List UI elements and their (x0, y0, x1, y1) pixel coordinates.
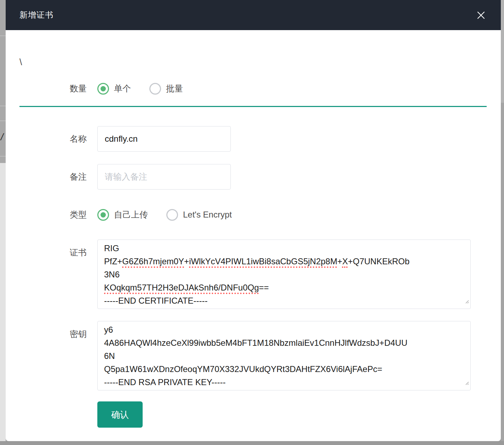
textarea-line: -----END RSA PRIVATE KEY----- (104, 376, 464, 389)
textarea-line: RIG (104, 242, 464, 255)
quantity-label: 数量 (19, 83, 87, 94)
certificate-textarea[interactable]: RIGPfZ+G6Z6h7mjem0Y+iWlkYcV4PIWL1iwBi8sa… (97, 240, 471, 309)
radio-selected-icon (97, 209, 109, 221)
background-left-strip: / (0, 0, 6, 445)
remark-input[interactable] (97, 164, 231, 190)
confirm-button[interactable]: 确认 (97, 401, 143, 428)
background-lower-area (0, 163, 6, 441)
type-row: 类型 自己上传 Let's Encrypt (6, 207, 501, 222)
radio-unselected-icon (166, 209, 178, 221)
radio-dot (101, 212, 106, 218)
resize-handle-icon[interactable] (464, 294, 469, 308)
teal-divider (19, 106, 487, 107)
background-partial-text: / (1, 132, 4, 143)
resize-handle-icon[interactable] (464, 376, 469, 389)
certificate-row: 证书 RIGPfZ+G6Z6h7mjem0Y+iWlkYcV4PIWL1iwBi… (6, 240, 501, 309)
quantity-row: 数量 单个 批量 (6, 81, 501, 96)
modal-title: 新增证书 (19, 10, 53, 21)
remark-label: 备注 (19, 171, 87, 182)
radio-quantity-batch[interactable]: 批量 (149, 83, 183, 95)
background-row-divider (0, 35, 6, 36)
name-label: 名称 (19, 133, 87, 145)
background-row-divider (0, 106, 6, 106)
stray-backslash-text: \ (19, 57, 501, 68)
radio-quantity-single[interactable]: 单个 (97, 83, 131, 95)
remark-row: 备注 (6, 164, 501, 190)
textarea-line: 3N6 (104, 268, 464, 281)
certificate-label: 证书 (19, 247, 87, 258)
close-icon[interactable] (475, 10, 487, 21)
type-label: 类型 (19, 209, 87, 220)
background-right-strip (501, 0, 504, 445)
background-bottom-strip (0, 441, 504, 445)
background-right-top (501, 0, 504, 103)
textarea-line: Q5pa1W61wXDnzOfeoqYM70X332JVUkdQYRt3DAHt… (104, 362, 464, 376)
radio-type-lets-encrypt[interactable]: Let's Encrypt (166, 209, 232, 221)
radio-unselected-icon (149, 83, 161, 95)
radio-label: 单个 (114, 83, 131, 94)
radio-dot (101, 86, 106, 91)
textarea-line: -----END CERTIFICATE----- (104, 294, 464, 307)
modal-header: 新增证书 (6, 0, 501, 30)
background-row-divider (0, 120, 6, 121)
radio-label: 自己上传 (114, 209, 148, 220)
radio-label: 批量 (166, 83, 183, 94)
name-input[interactable] (97, 126, 231, 152)
radio-selected-icon (97, 83, 109, 95)
textarea-line: KOqkqm57TH2H3eDJAkSnh6/DNFu0Qg== (104, 281, 464, 294)
add-certificate-modal: 新增证书 \ 数量 单个 批量 名称 备注 类型 (6, 0, 501, 441)
background-row-divider (0, 156, 6, 157)
key-label: 密钥 (19, 328, 87, 340)
textarea-line: 6N (104, 349, 464, 362)
radio-type-self-upload[interactable]: 自己上传 (97, 209, 148, 221)
textarea-line: 4A86HAQWl4hzeCeXl99iwbb5eM4bFT1M18Nbzmla… (104, 336, 464, 349)
key-textarea[interactable]: y64A86HAQWl4hzeCeXl99iwbb5eM4bFT1M18Nbzm… (97, 321, 471, 390)
quantity-radio-group: 单个 批量 (97, 83, 201, 95)
textarea-line: PfZ+G6Z6h7mjem0Y+iWlkYcV4PIWL1iwBi8saCbG… (104, 255, 464, 268)
name-row: 名称 (6, 126, 501, 152)
textarea-line: y6 (104, 323, 464, 336)
key-row: 密钥 y64A86HAQWl4hzeCeXl99iwbb5eM4bFT1M18N… (6, 321, 501, 390)
type-radio-group: 自己上传 Let's Encrypt (97, 209, 250, 221)
radio-label: Let's Encrypt (183, 210, 232, 220)
